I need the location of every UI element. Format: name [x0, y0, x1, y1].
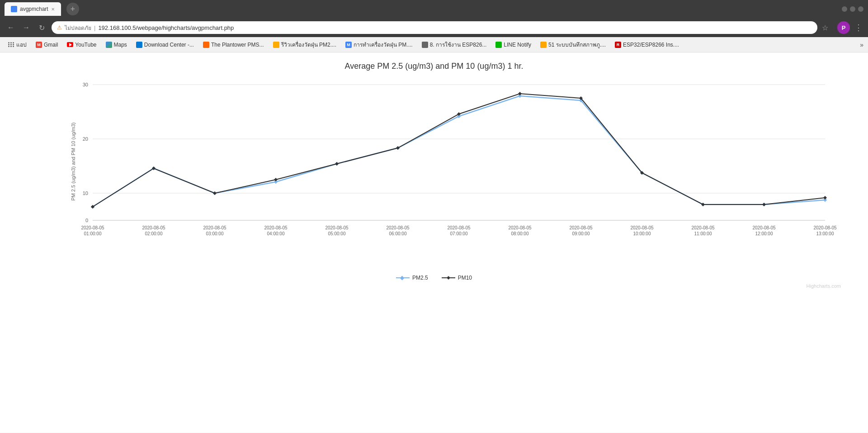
svg-text:2020-08-05: 2020-08-05: [81, 225, 104, 230]
download-center-label: Download Center -...: [144, 42, 194, 48]
svg-text:2020-08-05: 2020-08-05: [203, 225, 226, 230]
bookmark-maps[interactable]: Maps: [102, 40, 131, 49]
menu-button[interactable]: ⋮: [854, 23, 863, 33]
svg-marker-59: [823, 196, 827, 200]
bookmark-esp8266-use[interactable]: 8. การใช้งาน ESP826...: [418, 39, 491, 50]
esp32-label: ESP32/ESP8266 Ins....: [623, 42, 679, 48]
legend-pm25-label: PM2.5: [412, 275, 428, 281]
svg-text:2020-08-05: 2020-08-05: [142, 225, 165, 230]
browser-addressbar: ← → ↻ ⚠ ไม่ปลอดภัย | 192.168.100.5/webpa…: [0, 18, 868, 37]
download-center-icon: [136, 42, 142, 48]
chart-svg: 30 20 10 0 2020-08-05 01:00:00 2020-08-0…: [59, 80, 841, 243]
svg-text:2020-08-05: 2020-08-05: [630, 225, 654, 230]
address-separator: |: [94, 24, 95, 31]
pm-review-label: รีวิวเครื่องวัดฝุ่น PM2....: [281, 40, 336, 49]
line-notify-icon: [495, 42, 502, 48]
svg-marker-63: [447, 276, 450, 280]
apps-label: แอป: [16, 40, 27, 49]
bookmark-esp32[interactable]: R ESP32/ESP8266 Ins....: [611, 40, 683, 49]
new-tab-button[interactable]: +: [66, 3, 79, 15]
svg-text:11:00:00: 11:00:00: [694, 231, 712, 236]
svg-text:30: 30: [83, 82, 88, 87]
health-label: 51 ระบบบันทึกสภาพภู....: [548, 40, 606, 49]
chart-legend: PM2.5 PM10: [0, 275, 868, 281]
bookmark-gmail[interactable]: M Gmail: [32, 40, 61, 49]
tab-close-button[interactable]: ✕: [51, 7, 55, 12]
svg-marker-58: [762, 203, 766, 206]
security-icon: ⚠: [57, 24, 62, 31]
bookmark-pm-make[interactable]: M การทำเครื่องวัดฝุ่น PM....: [342, 39, 416, 50]
svg-text:2020-08-05: 2020-08-05: [508, 225, 532, 230]
svg-text:20: 20: [83, 136, 88, 142]
page-content: Average PM 2.5 (ug/m3) and PM 10 (ug/m3)…: [0, 52, 868, 433]
svg-text:09:00:00: 09:00:00: [572, 231, 590, 236]
svg-text:10:00:00: 10:00:00: [633, 231, 651, 236]
pm-review-icon: [273, 42, 279, 48]
maps-label: Maps: [114, 42, 127, 48]
bookmark-apps[interactable]: แอป: [5, 39, 30, 50]
profile-button[interactable]: P: [837, 21, 850, 34]
svg-text:2020-08-05: 2020-08-05: [386, 225, 410, 230]
svg-marker-51: [335, 162, 339, 166]
minimize-button[interactable]: [842, 6, 847, 12]
bookmark-health[interactable]: 51 ระบบบันทึกสภาพภู....: [537, 39, 609, 50]
svg-marker-54: [518, 92, 522, 95]
tab-favicon: [11, 6, 17, 12]
highcharts-credit: Highcharts.com: [0, 283, 868, 289]
svg-text:2020-08-05: 2020-08-05: [264, 225, 288, 230]
svg-text:03:00:00: 03:00:00: [206, 231, 224, 236]
svg-text:13:00:00: 13:00:00: [816, 231, 834, 236]
svg-text:12:00:00: 12:00:00: [755, 231, 773, 236]
youtube-label: YouTube: [75, 42, 96, 48]
maps-icon: [106, 42, 112, 48]
plantower-label: The Plantower PMS...: [211, 42, 264, 48]
gmail-label: Gmail: [44, 42, 58, 48]
bookmark-star[interactable]: ☆: [822, 24, 828, 32]
pm-make-label: การทำเครื่องวัดฝุ่น PM....: [354, 40, 413, 49]
plantower-icon: [203, 42, 209, 48]
pm10-line: [93, 94, 825, 207]
bookmarks-bar: แอป M Gmail YouTube Maps Download Center…: [0, 37, 868, 52]
reload-button[interactable]: ↻: [36, 22, 47, 33]
svg-text:2020-08-05: 2020-08-05: [447, 225, 471, 230]
chart-title: Average PM 2.5 (ug/m3) and PM 10 (ug/m3)…: [0, 62, 868, 71]
browser-titlebar: avgpmchart ✕ +: [0, 0, 868, 18]
chart-area: PM 2.5 (ug/m3) and PM 10 (ug/m3) 30 20 1…: [59, 80, 841, 243]
svg-text:02:00:00: 02:00:00: [145, 231, 163, 236]
more-bookmarks-button[interactable]: »: [860, 41, 863, 48]
bookmark-pm-review[interactable]: รีวิวเครื่องวัดฝุ่น PM2....: [269, 39, 340, 50]
legend-pm10-label: PM10: [458, 275, 472, 281]
svg-marker-50: [274, 178, 278, 181]
tab-title: avgpmchart: [20, 6, 48, 12]
esp8266-use-label: 8. การใช้งาน ESP826...: [430, 40, 487, 49]
svg-text:06:00:00: 06:00:00: [389, 231, 407, 236]
svg-text:10: 10: [83, 190, 88, 196]
youtube-icon: [67, 42, 73, 47]
forward-button[interactable]: →: [21, 22, 32, 33]
legend-pm25[interactable]: PM2.5: [396, 275, 428, 281]
svg-text:04:00:00: 04:00:00: [267, 231, 285, 236]
close-button[interactable]: [858, 6, 863, 12]
apps-icon: [8, 42, 14, 47]
address-bar[interactable]: ⚠ ไม่ปลอดภัย | 192.168.100.5/webpage/hig…: [52, 21, 817, 34]
bookmark-line-notify[interactable]: LINE Notify: [492, 40, 535, 49]
pm-make-icon: M: [345, 42, 352, 48]
gmail-icon: M: [36, 42, 42, 48]
maximize-button[interactable]: [850, 6, 855, 12]
svg-text:2020-08-05: 2020-08-05: [691, 225, 715, 230]
esp8266-use-icon: [422, 42, 428, 48]
line-notify-label: LINE Notify: [504, 42, 531, 48]
svg-marker-49: [213, 191, 217, 195]
bookmark-download-center[interactable]: Download Center -...: [132, 40, 198, 49]
esp32-icon: R: [615, 42, 621, 48]
svg-text:2020-08-05: 2020-08-05: [813, 225, 837, 230]
back-button[interactable]: ←: [5, 22, 16, 33]
bookmark-youtube[interactable]: YouTube: [63, 40, 100, 49]
bookmark-plantower[interactable]: The Plantower PMS...: [199, 40, 268, 49]
active-tab[interactable]: avgpmchart ✕: [5, 2, 61, 16]
legend-pm10[interactable]: PM10: [442, 275, 472, 281]
security-label: ไม่ปลอดภัย: [65, 24, 91, 32]
svg-text:07:00:00: 07:00:00: [450, 231, 468, 236]
svg-text:01:00:00: 01:00:00: [84, 231, 102, 236]
svg-rect-61: [400, 276, 405, 281]
